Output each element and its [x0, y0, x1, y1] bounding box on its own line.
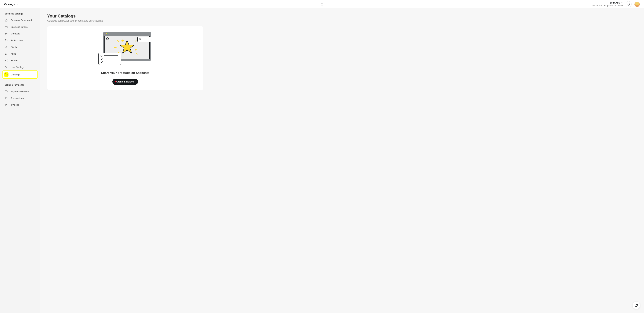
sidebar-item-label: Pixels — [10, 46, 17, 48]
sidebar-item-label: Payment Methods — [10, 90, 29, 93]
account-switcher[interactable]: Feedr ApS Feedr ApS - Organization Admin — [592, 1, 623, 7]
svg-point-7 — [7, 53, 7, 53]
sidebar-section-business: Business Settings — [2, 12, 38, 17]
sidebar-item-label: Transactions — [10, 97, 24, 99]
sidebar: Business Settings Business Dashboard Bus… — [0, 8, 40, 313]
sidebar-item-transactions[interactable]: Transactions — [2, 95, 38, 101]
page-title: Your Catalogs — [47, 13, 637, 18]
svg-rect-17 — [5, 91, 8, 92]
sidebar-item-label: Business Dashboard — [10, 19, 32, 21]
svg-point-9 — [6, 53, 6, 54]
pixel-icon — [4, 45, 8, 48]
sidebar-item-payment-methods[interactable]: Payment Methods — [2, 88, 38, 95]
sidebar-item-label: User Settings — [10, 66, 24, 68]
sidebar-item-label: Members — [10, 32, 20, 35]
layout: Business Settings Business Dashboard Bus… — [0, 8, 644, 313]
main-content: Your Catalogs Catalogs can power your pr… — [40, 8, 644, 313]
topbar-right: Feedr ApS Feedr ApS - Organization Admin — [592, 1, 640, 7]
sidebar-item-apps[interactable]: Apps — [2, 50, 38, 57]
svg-point-11 — [5, 54, 6, 54]
svg-point-2 — [5, 33, 6, 33]
account-name: Feedr ApS — [608, 1, 620, 4]
sidebar-item-members[interactable]: Members — [2, 30, 38, 37]
help-icon — [634, 303, 638, 307]
sidebar-item-ad-accounts[interactable]: Ad Accounts — [2, 37, 38, 44]
page-subtitle: Catalogs can power your product ads on S… — [47, 19, 637, 22]
illustration — [52, 32, 198, 67]
sidebar-item-label: Invoices — [10, 103, 19, 106]
empty-state-card: Share your products on Snapchat Create a… — [47, 26, 203, 90]
notifications-button[interactable] — [626, 1, 632, 7]
help-button[interactable] — [632, 301, 640, 309]
chevron-down-icon — [16, 3, 18, 5]
gear-icon — [4, 65, 8, 69]
sidebar-item-business-details[interactable]: Business Details — [2, 23, 38, 30]
svg-rect-23 — [103, 32, 151, 35]
svg-rect-4 — [5, 46, 7, 48]
card-icon — [4, 90, 8, 93]
cart-icon — [4, 72, 8, 77]
svg-point-26 — [107, 33, 108, 34]
home-icon — [4, 18, 8, 22]
folder-icon — [4, 39, 8, 42]
svg-point-5 — [5, 53, 6, 53]
breadcrumb-dropdown[interactable]: Catalogs — [4, 3, 18, 6]
card-button-row: Create a catalog — [52, 79, 198, 85]
briefcase-icon — [4, 25, 8, 28]
page-header: Your Catalogs Catalogs can power your pr… — [47, 13, 637, 22]
share-icon — [4, 59, 8, 62]
svg-point-14 — [6, 67, 6, 67]
svg-rect-0 — [5, 26, 8, 28]
svg-point-1 — [6, 33, 6, 33]
chevron-down-icon — [621, 2, 623, 4]
sidebar-item-label: Shared — [10, 59, 18, 62]
sidebar-item-pixels[interactable]: Pixels — [2, 44, 38, 50]
svg-point-25 — [106, 33, 107, 34]
svg-point-6 — [6, 53, 6, 53]
members-icon — [4, 32, 8, 35]
svg-point-24 — [104, 33, 105, 34]
card-heading: Share your products on Snapchat — [52, 71, 198, 75]
svg-rect-35 — [138, 37, 154, 42]
catalog-illustration — [96, 32, 154, 67]
snapchat-logo[interactable] — [320, 2, 324, 6]
breadcrumb-label: Catalogs — [4, 3, 15, 6]
invoice-icon — [4, 103, 8, 106]
svg-point-3 — [7, 33, 7, 33]
svg-point-15 — [6, 75, 6, 76]
sidebar-item-catalogs[interactable]: Catalogs — [2, 70, 38, 79]
create-catalog-button[interactable]: Create a catalog — [112, 79, 138, 85]
sidebar-item-user-settings[interactable]: User Settings — [2, 64, 38, 70]
sidebar-item-label: Ad Accounts — [10, 39, 23, 42]
transactions-icon — [4, 96, 8, 100]
svg-point-10 — [7, 53, 7, 54]
svg-point-13 — [7, 54, 7, 54]
svg-point-16 — [7, 75, 7, 76]
topbar: Catalogs Feedr ApS Feedr ApS - Organizat… — [0, 0, 644, 8]
sidebar-item-label: Catalogs — [11, 73, 20, 76]
sidebar-item-label: Business Details — [10, 26, 28, 28]
bell-icon — [627, 3, 630, 6]
svg-point-8 — [5, 53, 6, 54]
svg-point-12 — [6, 54, 6, 54]
avatar[interactable] — [634, 1, 640, 7]
sidebar-item-shared[interactable]: Shared — [2, 57, 38, 64]
svg-point-45 — [636, 306, 636, 306]
sidebar-item-business-dashboard[interactable]: Business Dashboard — [2, 17, 38, 23]
account-role: Feedr ApS - Organization Admin — [592, 4, 623, 7]
sidebar-item-invoices[interactable]: Invoices — [2, 101, 38, 108]
apps-icon — [4, 52, 8, 55]
sidebar-item-label: Apps — [10, 52, 16, 55]
sidebar-section-billing: Billing & Payments — [2, 84, 38, 88]
